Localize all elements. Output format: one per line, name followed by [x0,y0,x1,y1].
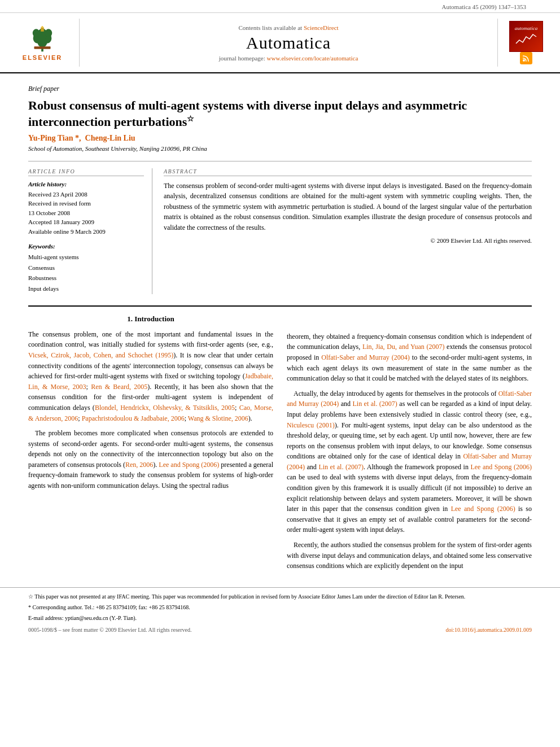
cite-lin2007b[interactable]: Lin et al. (2007) [318,463,364,471]
cite-lee-spong3[interactable]: Lee and Spong (2006) [451,505,515,513]
top-bar: Automatica 45 (2009) 1347–1353 [0,0,560,13]
abstract-copyright: © 2009 Elsevier Ltd. All rights reserved… [164,237,532,244]
svg-rect-7 [41,27,43,31]
footer-issn: 0005-1098/$ – see front matter © 2009 El… [28,627,191,633]
article-title: Robust consensus of multi-agent systems … [28,98,532,130]
main-content: Brief paper Robust consensus of multi-ag… [0,73,560,587]
body-para-1: The consensus problem, one of the most i… [28,329,273,423]
info-abstract-section: ARTICLE INFO Article history: Received 2… [28,161,532,294]
body-para-5: Recently, the authors studied the consen… [287,540,532,571]
svg-point-11 [523,59,525,62]
journal-homepage-link[interactable]: www.elsevier.com/locate/automatica [267,55,358,62]
keyword-1: Multi-agent systems [28,252,144,263]
author-liu[interactable]: Cheng-Lin Liu [85,134,135,142]
section1-title: 1. Introduction [28,314,273,324]
keyword-4: Input delays [28,283,144,294]
history-revised-label: Received in revised form [28,199,144,208]
abstract-text: The consensus problem of second-order mu… [164,181,532,233]
cite-niculescu[interactable]: Niculescu (2001) [287,421,335,429]
journal-header-right: automatica [504,19,549,67]
journal-info: Automatica 45 (2009) 1347–1353 [442,3,526,10]
cite-blondel[interactable]: Blondel, Hendrickx, Olshevsky, & Tsitsik… [95,404,235,412]
keyword-2: Consensus [28,263,144,273]
section-type-label: Brief paper [28,85,532,93]
article-info-column: ARTICLE INFO Article history: Received 2… [28,168,152,294]
sciencedirect-link[interactable]: ScienceDirect [304,24,339,31]
svg-marker-8 [41,25,43,27]
body-text-right: theorem, they obtained a frequency-domai… [287,314,532,571]
keywords-section: Keywords: Multi-agent systems Consensus … [28,243,144,294]
journal-title: Automatica [246,33,331,53]
page-footer: ☆ This paper was not presented at any IF… [0,587,560,637]
footnote-2-email: E-mail address: yptian@seu.edu.cn (Y.-P.… [28,614,532,622]
cite-olfati2004[interactable]: Olfati-Saber and Murray (2004) [321,353,410,361]
elsevier-text: ELSEVIER [23,54,62,61]
body-section: 1. Introduction The consensus problem, o… [28,305,532,576]
svg-point-6 [45,29,53,37]
footer-bottom: 0005-1098/$ – see front matter © 2009 El… [28,627,532,633]
cite-ren-beard[interactable]: Ren & Beard, 2005 [91,383,147,391]
body-two-col: 1. Introduction The consensus problem, o… [28,314,532,576]
cite-jadbabaie[interactable]: Jadbabaie, Lin, & Morse, 2003 [28,372,273,391]
cite-lee-spong2[interactable]: Lee and Spong (2006) [470,463,532,471]
body-para-3: theorem, they obtained a frequency-domai… [287,331,532,384]
cite-vicsek[interactable]: Vicsek, Czirok, Jacob, Cohen, and Schoch… [28,351,173,359]
cite-papa[interactable]: Papachristodoulou & Jadbabaie, 2006 [82,414,185,422]
abstract-header: ABSTRACT [164,168,532,176]
body-para-2: The problem becomes more complicated whe… [28,428,273,491]
body-para-4: Actually, the delay introduced by agents… [287,388,532,535]
elsevier-tree-icon [25,25,59,53]
author-tian[interactable]: Yu-Ping Tian * [28,134,79,142]
cite-ren2006[interactable]: Ren, 2006 [125,461,153,469]
footer-doi[interactable]: doi:10.1016/j.automatica.2009.01.009 [446,627,532,633]
article-info-header: ARTICLE INFO [28,168,144,176]
footnote-2-star: * Corresponding author. Tel.: +86 25 837… [28,603,532,611]
body-text-left: The consensus problem, one of the most i… [28,329,273,491]
title-footnote: ☆ [187,115,194,123]
keywords-label: Keywords: [28,243,144,250]
cite-lin2007[interactable]: Lin et al. (2007) [352,400,397,408]
cite-lin-jia[interactable]: Lin, Jia, Du, and Yuan (2007) [362,343,444,351]
rss-icon[interactable] [520,52,532,64]
history-accepted: Accepted 18 January 2009 [28,217,144,227]
elsevier-logo: ELSEVIER [23,25,62,61]
journal-homepage-line: journal homepage: www.elsevier.com/locat… [219,55,358,62]
history-revised-date: 13 October 2008 [28,208,144,218]
abstract-column: ABSTRACT The consensus problem of second… [164,168,532,294]
cite-lee-spong[interactable]: Lee and Spong (2006) [159,461,219,469]
authors-line: Yu-Ping Tian *, Cheng-Lin Liu [28,134,532,143]
sciencedirect-line: Contents lists available at ScienceDirec… [238,24,338,31]
journal-header: ELSEVIER Contents lists available at Sci… [0,13,560,73]
automatica-badge: automatica [509,21,543,52]
badge-graph-icon [515,31,537,47]
svg-point-5 [33,29,40,37]
journal-header-left: ELSEVIER [11,19,73,67]
footnote-1: ☆ This paper was not presented at any IF… [28,592,532,601]
affiliation: School of Automation, Southeast Universi… [28,145,532,152]
history-label: Article history: [28,181,144,187]
cite-wang[interactable]: Wang & Slotine, 2006 [188,414,248,422]
badge-text: automatica [515,25,538,48]
cite-olfati2004b[interactable]: Olfati-Saber and Murray (2004) [287,390,532,408]
journal-header-center: Contents lists available at ScienceDirec… [79,19,498,67]
history-received: Received 23 April 2008 [28,190,144,199]
history-online: Available online 9 March 2009 [28,227,144,237]
body-col-left: 1. Introduction The consensus problem, o… [28,314,273,576]
keyword-3: Robustness [28,273,144,283]
body-col-right: theorem, they obtained a frequency-domai… [287,314,532,576]
